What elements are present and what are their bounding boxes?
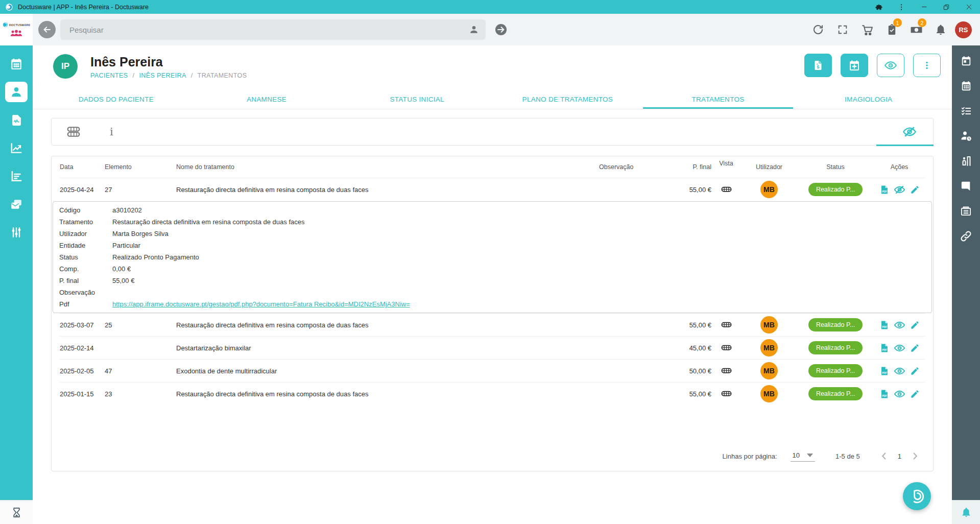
pdf-link[interactable]: https://app.iframe.doctusware.pt/gestao/… — [112, 300, 410, 308]
rows-per-page-value: 10 — [793, 451, 800, 459]
tab-status-inicial[interactable]: STATUS INICIAL — [342, 91, 492, 109]
browser-menu-icon[interactable] — [890, 0, 913, 14]
table-row[interactable]: 2025-03-07 25 Restauração directa defini… — [60, 313, 925, 336]
table-row[interactable]: 2025-02-14 Destartarização bimaxilar 45,… — [60, 336, 925, 359]
detail-field: Pdf https://app.iframe.doctusware.pt/ges… — [59, 298, 925, 310]
refresh-icon[interactable] — [808, 19, 828, 40]
pdf-icon[interactable]: PDF — [879, 185, 889, 195]
previous-page-icon[interactable] — [878, 450, 890, 462]
minimize-button[interactable] — [913, 0, 935, 14]
sidebar-item-clinical-records[interactable] — [5, 110, 28, 130]
denture-view-icon[interactable] — [66, 124, 81, 139]
person-clock-icon — [960, 130, 972, 142]
vista-cell[interactable] — [711, 184, 741, 196]
treatment-price: 50,00 € — [660, 367, 711, 375]
brand-logo: DOCTUSWARE — [0, 14, 33, 45]
add-appointment-button[interactable] — [841, 54, 868, 77]
view-icon[interactable] — [894, 319, 905, 331]
breadcrumb-patient-name[interactable]: INÊS PEREIRA — [139, 72, 186, 79]
sidebar-item-reports[interactable] — [5, 166, 28, 186]
user-avatar[interactable]: RS — [955, 21, 972, 38]
sidebar-item-calendar[interactable] — [5, 54, 28, 74]
detail-field: P. final 55,00 € — [59, 275, 925, 287]
notifications-bell-icon[interactable] — [961, 507, 972, 518]
watch-button[interactable] — [877, 54, 904, 77]
person-search-icon[interactable] — [468, 24, 480, 35]
col-nome: Nome do tratamento — [176, 163, 599, 171]
sidebar-item-chat[interactable] — [957, 180, 975, 192]
svg-text:PDF: PDF — [882, 325, 887, 328]
fullscreen-icon[interactable] — [832, 19, 853, 40]
restore-button[interactable] — [935, 0, 958, 14]
cart-icon[interactable] — [857, 19, 877, 40]
treatment-name: Restauração directa definitiva em resina… — [176, 321, 599, 329]
view-icon[interactable] — [894, 342, 905, 354]
tab-plano-de-tratamentos[interactable]: PLANO DE TRATAMENTOS — [492, 91, 643, 109]
sidebar-item-fax[interactable] — [957, 205, 975, 217]
pdf-icon[interactable]: PDF — [879, 366, 889, 376]
vista-cell[interactable] — [711, 319, 741, 331]
svg-text:PDF: PDF — [882, 348, 887, 351]
treatments-toolbar: i — [51, 118, 934, 146]
table-row[interactable]: 2025-04-24 27 Restauração directa defini… — [60, 178, 925, 201]
tab-label: ANAMNESE — [247, 96, 286, 103]
sidebar-item-month-schedule[interactable] — [957, 80, 975, 92]
cash-icon[interactable]: 2 — [906, 19, 926, 40]
vista-cell[interactable] — [711, 365, 741, 377]
rows-per-page-select[interactable]: 10 — [791, 450, 815, 462]
treatment-detail-panel: Código a3010202 Tratamento Restauração d… — [53, 201, 932, 313]
sidebar-item-messages[interactable] — [5, 194, 28, 215]
table-row[interactable]: 2025-01-15 23 Restauração directa defini… — [60, 382, 925, 405]
go-arrow-icon[interactable] — [494, 22, 508, 37]
info-icon[interactable]: i — [110, 127, 113, 137]
more-options-button[interactable] — [913, 54, 941, 77]
calendar-icon — [10, 57, 23, 70]
vista-cell[interactable] — [711, 342, 741, 354]
edit-pencil-icon[interactable] — [910, 185, 920, 195]
status-badge: Realizado P... — [808, 364, 863, 377]
edit-pencil-icon[interactable] — [910, 366, 920, 376]
sidebar-item-links[interactable] — [957, 230, 975, 242]
search-input[interactable] — [60, 26, 486, 34]
sidebar-item-tasks[interactable] — [957, 105, 975, 117]
detail-field: Código a3010202 — [59, 204, 925, 216]
table-row[interactable]: 2025-02-05 47 Exodontia de dente multirr… — [60, 359, 925, 382]
pdf-icon[interactable]: PDF — [879, 320, 889, 330]
doctusware-fab[interactable] — [903, 482, 931, 510]
treatment-date: 2025-01-15 — [60, 390, 105, 398]
pdf-icon[interactable]: PDF — [879, 343, 889, 353]
edit-pencil-icon[interactable] — [910, 389, 920, 399]
sidebar-item-rooms[interactable] — [957, 155, 975, 167]
toggle-visibility-icon[interactable] — [902, 125, 917, 139]
col-elemento: Elemento — [105, 163, 176, 171]
view-icon[interactable] — [894, 365, 905, 377]
sidebar-item-settings[interactable] — [5, 222, 28, 243]
sidebar-item-statistics[interactable] — [5, 138, 28, 158]
extensions-icon[interactable] — [868, 0, 890, 14]
vista-cell[interactable] — [711, 388, 741, 400]
tab-anamnese[interactable]: ANAMNESE — [192, 91, 342, 109]
tab-imagiologia[interactable]: IMAGIOLOGIA — [793, 91, 944, 109]
col-status: Status — [797, 163, 874, 171]
tab-dados-do-paciente[interactable]: DADOS DO PACIENTE — [41, 91, 192, 109]
tab-tratamentos[interactable]: TRATAMENTOS — [643, 91, 794, 109]
close-button[interactable] — [958, 0, 980, 14]
treatment-element: 23 — [105, 390, 176, 398]
breadcrumb-patients[interactable]: PACIENTES — [90, 72, 128, 79]
bell-icon[interactable] — [930, 19, 951, 40]
sidebar-item-waiting-patients[interactable] — [957, 130, 975, 142]
view-icon[interactable] — [894, 388, 905, 400]
back-button[interactable] — [38, 21, 56, 38]
pdf-icon[interactable]: PDF — [879, 389, 889, 399]
next-page-icon[interactable] — [910, 450, 921, 462]
invoice-button[interactable]: $ — [804, 54, 832, 77]
sidebar-item-day-schedule[interactable] — [957, 55, 975, 67]
status-badge: Realizado P... — [808, 318, 863, 331]
hourglass-icon[interactable] — [11, 507, 22, 518]
sidebar-item-patients[interactable] — [5, 82, 28, 102]
edit-pencil-icon[interactable] — [910, 343, 920, 353]
clipboard-check-icon[interactable]: 1 — [881, 19, 902, 40]
edit-pencil-icon[interactable] — [910, 320, 920, 330]
view-off-icon[interactable] — [894, 184, 905, 196]
detail-field: Observação — [59, 287, 925, 298]
